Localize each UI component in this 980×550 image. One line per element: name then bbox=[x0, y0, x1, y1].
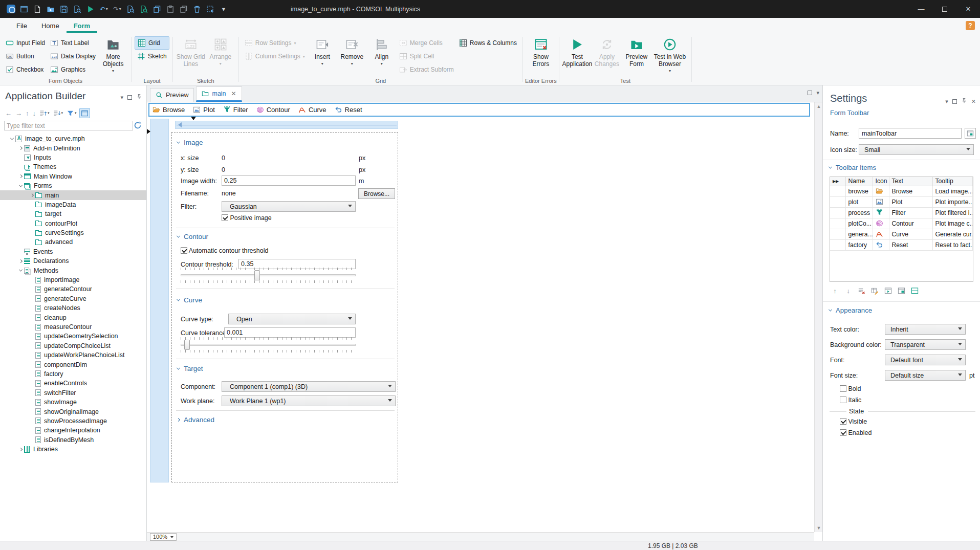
move-down-button[interactable]: ↓ bbox=[843, 286, 854, 296]
delete-icon[interactable] bbox=[190, 3, 204, 16]
text-column-header[interactable]: Text bbox=[889, 177, 932, 186]
font-size-dropdown[interactable]: Default size bbox=[885, 370, 966, 381]
editor-vertical-scrollbar[interactable]: ▲ ▼ bbox=[814, 102, 822, 532]
table-row[interactable]: plotCo... ContourPlot image c... bbox=[830, 218, 973, 229]
data-display-button[interactable]: Data Display bbox=[48, 50, 98, 63]
section-header-target[interactable]: Target bbox=[177, 365, 203, 372]
add-separator-button[interactable] bbox=[909, 286, 920, 296]
tree-item-root[interactable]: image_to_curve.mph bbox=[0, 134, 146, 143]
insert-button[interactable]: Insert▾ bbox=[308, 36, 337, 68]
slider-handle[interactable] bbox=[254, 270, 260, 280]
auto-contour-threshold-checkbox[interactable] bbox=[181, 247, 187, 254]
tree-item-showoriginalimage[interactable]: showOriginalImage bbox=[0, 407, 146, 416]
tree-item-cleanup[interactable]: cleanup bbox=[0, 313, 146, 322]
input-field-button[interactable]: Input Field bbox=[3, 36, 48, 50]
settings-pin-icon[interactable] bbox=[961, 98, 967, 105]
table-row[interactable]: factory ResetReset to fact... bbox=[830, 239, 973, 250]
minimize-button[interactable]: — bbox=[909, 0, 933, 18]
scroll-down-icon[interactable]: ▼ bbox=[815, 524, 823, 532]
table-row[interactable]: process FilterPlot filtered i... bbox=[830, 207, 973, 218]
name-column-header[interactable]: Name bbox=[845, 177, 873, 186]
undo-icon[interactable]: ↶▾ bbox=[97, 3, 111, 16]
search-model-icon[interactable] bbox=[137, 3, 150, 16]
open-file-icon[interactable] bbox=[44, 3, 57, 16]
merge-cells-button[interactable]: Merge Cells bbox=[397, 36, 456, 50]
row-settings-button[interactable]: Row Settings▾ bbox=[242, 36, 308, 50]
app-icon[interactable] bbox=[4, 3, 17, 16]
show-grid-lines-button[interactable]: Show Grid Lines bbox=[176, 36, 206, 68]
move-up-button[interactable]: ↑ bbox=[830, 286, 840, 296]
show-errors-button[interactable]: Show Errors bbox=[526, 36, 556, 68]
form-contour-button[interactable]: Contour bbox=[256, 106, 290, 114]
add-item-button[interactable] bbox=[883, 286, 894, 296]
italic-checkbox[interactable] bbox=[840, 397, 846, 403]
panel-float-icon[interactable] bbox=[127, 95, 132, 100]
preview-form-button[interactable]: Preview Form bbox=[622, 36, 651, 68]
image-width-input[interactable] bbox=[222, 175, 356, 186]
curve-tolerance-input[interactable] bbox=[224, 327, 356, 338]
maximize-button[interactable] bbox=[933, 0, 956, 18]
tree-item-generatecurve[interactable]: generateCurve bbox=[0, 294, 146, 303]
checkbox-object-button[interactable]: Checkbox bbox=[3, 63, 48, 76]
zoom-level-dropdown[interactable]: 100% bbox=[150, 533, 177, 541]
tree-item-updatecompchoicelist[interactable]: updateCompChoiceList bbox=[0, 341, 146, 350]
tree-item-forms[interactable]: Forms bbox=[0, 181, 146, 190]
tree-item-contourplot[interactable]: contourPlot bbox=[0, 219, 146, 228]
settings-float-icon[interactable] bbox=[952, 99, 957, 104]
contour-threshold-slider[interactable] bbox=[181, 268, 356, 283]
icon-column-header[interactable]: Icon bbox=[873, 177, 889, 186]
nav-back-icon[interactable]: ← bbox=[4, 108, 13, 118]
grid-mode-button[interactable]: Grid bbox=[135, 36, 169, 50]
section-header-toolbar-items[interactable]: Toolbar Items bbox=[829, 164, 876, 171]
grid-width-band[interactable] bbox=[175, 121, 398, 129]
tab-home[interactable]: Home bbox=[34, 19, 67, 33]
tree-item-events[interactable]: Events bbox=[0, 247, 146, 256]
settings-menu-icon[interactable]: ▾ bbox=[945, 98, 948, 105]
editor-menu-icon[interactable]: ▾ bbox=[816, 90, 819, 96]
table-row[interactable]: genera... CurveGenerate cur... bbox=[830, 229, 973, 239]
tree-item-methods[interactable]: Methods bbox=[0, 266, 146, 275]
edit-button[interactable] bbox=[869, 286, 880, 296]
filter-dropdown[interactable]: Gaussian bbox=[222, 201, 356, 212]
select-region-icon[interactable] bbox=[204, 3, 217, 16]
tree-item-componentdim[interactable]: componentDim bbox=[0, 360, 146, 369]
tree-item-switchfilter[interactable]: switchFilter bbox=[0, 388, 146, 398]
split-cell-button[interactable]: Split Cell bbox=[397, 50, 456, 63]
remove-button[interactable]: Remove▾ bbox=[337, 36, 367, 68]
panel-menu-icon[interactable]: ▾ bbox=[120, 94, 123, 101]
work-plane-dropdown[interactable]: Work Plane 1 (wp1) bbox=[222, 395, 396, 406]
find-icon[interactable] bbox=[124, 3, 137, 16]
font-dropdown[interactable]: Default font bbox=[885, 355, 966, 365]
section-header-advanced[interactable]: Advanced bbox=[177, 416, 214, 424]
slider-track[interactable] bbox=[181, 274, 356, 276]
column-marker[interactable] bbox=[191, 117, 196, 123]
form-curve-button[interactable]: Curve bbox=[298, 106, 326, 114]
show-in-editor-toggle-icon[interactable] bbox=[79, 108, 90, 118]
toolbar-name-input[interactable] bbox=[859, 128, 962, 139]
grid-margin-column[interactable] bbox=[150, 119, 169, 482]
apply-changes-button[interactable]: Apply Changes bbox=[592, 36, 622, 68]
delete-button[interactable] bbox=[856, 286, 867, 296]
close-button[interactable]: ✕ bbox=[956, 0, 980, 18]
form-browse-button[interactable]: Browse bbox=[153, 106, 185, 114]
section-header-contour[interactable]: Contour bbox=[177, 233, 208, 240]
toolbar-options-icon[interactable]: ▾ bbox=[217, 3, 230, 16]
slider-track[interactable] bbox=[181, 344, 356, 346]
new-file-icon[interactable] bbox=[31, 3, 44, 16]
curve-tolerance-slider[interactable] bbox=[181, 337, 356, 353]
toolbar-items-table[interactable]: ▸▸ Name Icon Text Tooltip browse BrowseL… bbox=[830, 177, 973, 282]
panel-pin-icon[interactable] bbox=[136, 94, 142, 101]
form-toolbar-object[interactable]: Browse Plot Filter Contour Curve Reset bbox=[148, 103, 810, 117]
sketch-mode-button[interactable]: Sketch bbox=[135, 50, 169, 63]
text-label-button[interactable]: Text Label bbox=[48, 36, 98, 50]
tab-preview[interactable]: Preview bbox=[150, 88, 194, 102]
test-application-button[interactable]: Test Application bbox=[562, 36, 592, 68]
tree-item-enablecontrols[interactable]: enableControls bbox=[0, 379, 146, 388]
tree-item-showprocessedimage[interactable]: showProcessedImage bbox=[0, 416, 146, 426]
background-color-dropdown[interactable]: Transparent bbox=[885, 339, 966, 350]
test-in-web-browser-button[interactable]: Test in Web Browser▾ bbox=[651, 36, 688, 75]
visible-checkbox[interactable] bbox=[840, 418, 846, 425]
row-marker[interactable] bbox=[147, 129, 153, 134]
tree-item-declarations[interactable]: Declarations bbox=[0, 256, 146, 266]
tooltip-column-header[interactable]: Tooltip bbox=[932, 177, 973, 186]
